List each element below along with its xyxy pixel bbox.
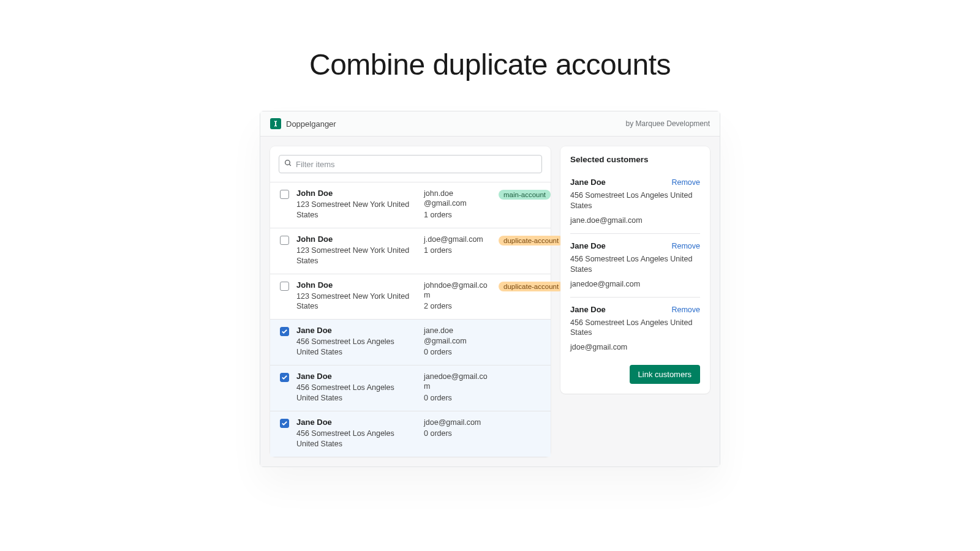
selected-address: 456 Somestreet Los Angeles United States [570,254,700,275]
svg-line-1 [289,164,291,166]
selected-name: Jane Doe [570,178,606,187]
selected-email: janedoe@gmail.com [570,280,700,288]
customer-orders: 1 orders [424,211,491,219]
app-window: Doppelganger by Marquee Development John… [260,111,720,467]
row-tag-col: main-account [499,189,551,220]
row-content: Jane Doe456 Somestreet Los Angeles Unite… [296,326,541,358]
row-checkbox[interactable] [280,236,289,245]
row-tag-col: duplicate-account [499,234,564,266]
search-field[interactable] [279,155,542,173]
customer-email: j.doe@gmail.com [424,234,491,244]
row-details-col: john.doe @gmail.com1 orders [424,189,491,220]
selected-item: Jane DoeRemove456 Somestreet Los Angeles… [570,174,700,233]
remove-button[interactable]: Remove [671,178,700,187]
search-icon [284,159,292,170]
row-content: Jane Doe456 Somestreet Los Angeles Unite… [296,418,541,449]
page-title: Combine duplicate accounts [0,48,980,81]
customer-orders: 0 orders [424,348,491,356]
customer-name: John Doe [296,280,417,290]
selected-name: Jane Doe [570,305,606,314]
svg-point-0 [285,160,290,165]
main-account-badge: main-account [499,190,551,200]
selected-address: 456 Somestreet Los Angeles United States [570,318,700,339]
list-item[interactable]: Jane Doe456 Somestreet Los Angeles Unite… [270,365,551,411]
customer-email: jdoe@gmail.com [424,418,491,427]
customer-email: johndoe@gmail.com [424,280,491,301]
customer-name: Jane Doe [296,326,417,335]
selected-item-header: Jane DoeRemove [570,178,700,187]
customer-email: janedoe@gmail.com [424,372,491,392]
selected-address: 456 Somestreet Los Angeles United States [570,190,700,211]
selected-panel: Selected customers Jane DoeRemove456 Som… [560,146,710,394]
app-header: Doppelganger by Marquee Development [260,111,720,137]
row-details-col: johndoe@gmail.com2 orders [424,280,491,312]
selected-name: Jane Doe [570,241,606,250]
customer-email: john.doe @gmail.com [424,189,491,209]
row-details-col: jdoe@gmail.com0 orders [424,418,491,449]
row-tag-col: duplicate-account [499,280,564,312]
selected-item: Jane DoeRemove456 Somestreet Los Angeles… [570,233,700,297]
customer-name: John Doe [296,189,417,198]
customer-orders: 1 orders [424,246,491,255]
row-details-col: jane.doe @gmail.com0 orders [424,326,491,358]
row-name-col: Jane Doe456 Somestreet Los Angeles Unite… [296,418,417,449]
customer-orders: 0 orders [424,429,491,438]
selected-item-header: Jane DoeRemove [570,305,700,314]
row-checkbox[interactable] [280,327,289,336]
app-header-left: Doppelganger [270,118,336,129]
customer-list: John Doe123 Somestreet New York United S… [270,182,551,457]
customer-name: Jane Doe [296,418,417,427]
selected-list: Jane DoeRemove456 Somestreet Los Angeles… [570,174,700,360]
customer-orders: 2 orders [424,302,491,310]
row-name-col: Jane Doe456 Somestreet Los Angeles Unite… [296,326,417,358]
customer-email: jane.doe @gmail.com [424,326,491,346]
customer-name: John Doe [296,234,417,244]
app-byline: by Marquee Development [626,119,710,128]
selected-email: jane.doe@gmail.com [570,216,700,225]
search-input[interactable] [296,160,537,169]
app-logo-icon [270,118,281,129]
link-customers-button[interactable]: Link customers [630,365,700,384]
list-item[interactable]: Jane Doe456 Somestreet Los Angeles Unite… [270,319,551,365]
row-name-col: John Doe123 Somestreet New York United S… [296,234,417,266]
customers-panel: John Doe123 Somestreet New York United S… [270,146,551,457]
list-item[interactable]: John Doe123 Somestreet New York United S… [270,182,551,228]
customer-address: 456 Somestreet Los Angeles United States [296,429,417,449]
customer-orders: 0 orders [424,394,491,402]
customer-address: 456 Somestreet Los Angeles United States [296,337,417,358]
remove-button[interactable]: Remove [671,242,700,250]
app-name: Doppelganger [286,119,336,129]
customer-address: 123 Somestreet New York United States [296,291,417,312]
row-content: Jane Doe456 Somestreet Los Angeles Unite… [296,372,541,403]
row-content: John Doe123 Somestreet New York United S… [296,189,541,220]
remove-button[interactable]: Remove [671,305,700,314]
list-item[interactable]: John Doe123 Somestreet New York United S… [270,228,551,274]
selected-title: Selected customers [570,155,700,164]
row-details-col: janedoe@gmail.com0 orders [424,372,491,403]
customer-address: 123 Somestreet New York United States [296,200,417,220]
row-checkbox[interactable] [280,282,289,291]
row-name-col: Jane Doe456 Somestreet Los Angeles Unite… [296,372,417,403]
row-name-col: John Doe123 Somestreet New York United S… [296,189,417,220]
customer-name: Jane Doe [296,372,417,381]
app-body: John Doe123 Somestreet New York United S… [260,137,720,467]
row-details-col: j.doe@gmail.com1 orders [424,234,491,266]
row-checkbox[interactable] [280,419,289,428]
selected-email: jdoe@gmail.com [570,343,700,351]
list-item[interactable]: John Doe123 Somestreet New York United S… [270,274,551,320]
list-item[interactable]: Jane Doe456 Somestreet Los Angeles Unite… [270,411,551,457]
row-checkbox[interactable] [280,190,289,199]
customer-address: 123 Somestreet New York United States [296,246,417,266]
row-name-col: John Doe123 Somestreet New York United S… [296,280,417,312]
row-content: John Doe123 Somestreet New York United S… [296,280,541,312]
selected-item: Jane DoeRemove456 Somestreet Los Angeles… [570,297,700,361]
duplicate-account-badge: duplicate-account [499,282,564,291]
duplicate-account-badge: duplicate-account [499,236,564,246]
selected-item-header: Jane DoeRemove [570,241,700,250]
row-checkbox[interactable] [280,373,289,382]
row-content: John Doe123 Somestreet New York United S… [296,234,541,266]
customer-address: 456 Somestreet Los Angeles United States [296,383,417,403]
